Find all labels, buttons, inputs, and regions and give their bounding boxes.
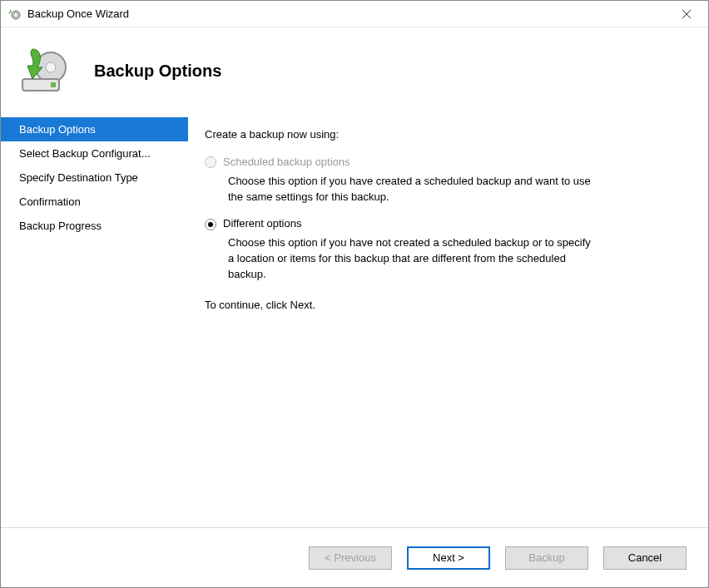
option-scheduled-description: Choose this option if you have created a… — [228, 174, 594, 205]
cancel-button[interactable]: Cancel — [603, 546, 687, 570]
radio-different[interactable]: Different options — [205, 216, 683, 232]
wizard-steps-sidebar: Backup Options Select Backup Configurat.… — [1, 117, 188, 527]
radio-scheduled: Scheduled backup options — [205, 155, 683, 170]
radio-icon — [205, 156, 216, 168]
radio-label: Scheduled backup options — [223, 155, 350, 170]
page-heading: Backup Options — [94, 62, 221, 81]
option-different: Different options Choose this option if … — [205, 216, 683, 282]
continue-hint: To continue, click Next. — [205, 298, 683, 314]
option-scheduled: Scheduled backup options Choose this opt… — [205, 155, 683, 205]
backup-button: Backup — [505, 546, 588, 570]
svg-point-1 — [14, 13, 17, 17]
step-specify-destination[interactable]: Specify Destination Type — [1, 166, 188, 190]
backup-hero-icon — [17, 44, 71, 97]
previous-button: < Previous — [309, 546, 392, 570]
radio-label: Different options — [223, 216, 301, 232]
wizard-window: Backup Once Wizard Backup Options Backup… — [0, 0, 709, 588]
radio-icon — [205, 219, 216, 230]
step-backup-options[interactable]: Backup Options — [1, 117, 188, 141]
step-backup-progress[interactable]: Backup Progress — [1, 214, 188, 238]
titlebar: Backup Once Wizard — [1, 1, 708, 27]
wizard-content: Create a backup now using: Scheduled bac… — [188, 117, 708, 527]
option-different-description: Choose this option if you have not creat… — [228, 235, 594, 283]
wizard-body: Backup Options Select Backup Configurat.… — [1, 117, 708, 527]
svg-rect-7 — [51, 82, 56, 87]
next-button[interactable]: Next > — [407, 546, 490, 570]
wizard-footer: < Previous Next > Backup Cancel — [1, 527, 708, 587]
close-button[interactable] — [670, 1, 703, 27]
step-select-backup-config[interactable]: Select Backup Configurat... — [1, 141, 188, 166]
window-title: Backup Once Wizard — [27, 7, 670, 20]
wizard-header: Backup Options — [1, 27, 708, 117]
prompt-text: Create a backup now using: — [205, 127, 683, 143]
svg-point-5 — [46, 62, 56, 72]
step-confirmation[interactable]: Confirmation — [1, 190, 188, 214]
app-icon — [7, 7, 21, 21]
